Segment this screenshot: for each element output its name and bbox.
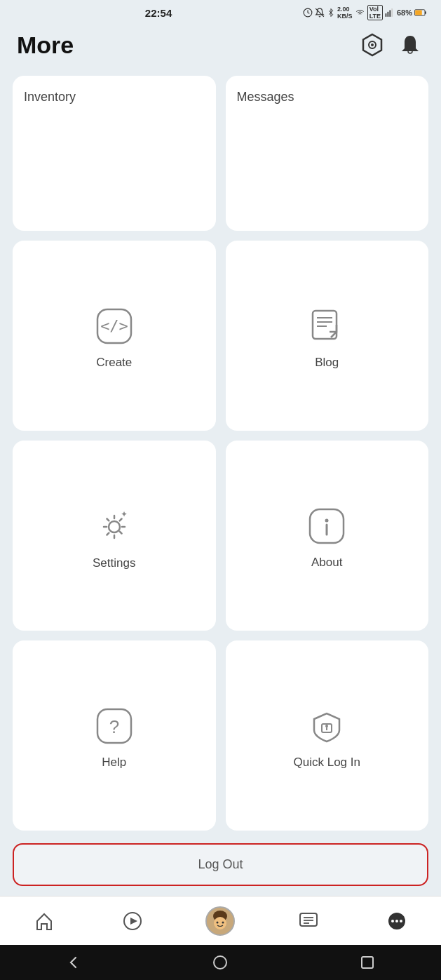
svg-rect-8: [425, 11, 426, 14]
about-tile[interactable]: About: [226, 441, 429, 631]
svg-marker-29: [130, 918, 137, 925]
inventory-label: Inventory: [24, 90, 76, 105]
svg-text:</>: </>: [100, 317, 128, 335]
svg-rect-35: [300, 913, 317, 926]
svg-point-26: [325, 725, 328, 727]
create-label: Create: [96, 356, 132, 370]
svg-rect-44: [362, 957, 373, 968]
svg-rect-4: [389, 11, 391, 17]
code-icon: </>: [95, 307, 134, 346]
svg-rect-7: [415, 10, 422, 15]
blog-tile[interactable]: Blog: [226, 241, 429, 431]
help-label: Help: [102, 756, 126, 770]
back-button[interactable]: [57, 946, 90, 979]
nav-more[interactable]: [377, 901, 416, 941]
svg-point-42: [400, 920, 402, 922]
svg-point-32: [214, 917, 226, 929]
svg-point-33: [217, 921, 219, 923]
avatar: [205, 906, 235, 936]
lock-shield-icon: [307, 706, 346, 746]
nav-chat[interactable]: [289, 901, 328, 941]
settings-label: Settings: [93, 556, 135, 570]
system-nav-bar: [0, 945, 441, 980]
header-icon-group: [358, 31, 424, 59]
nav-home[interactable]: [25, 901, 64, 941]
svg-rect-3: [387, 12, 388, 17]
svg-rect-2: [386, 13, 387, 17]
notification-bell-button[interactable]: [396, 31, 424, 59]
info-icon: [307, 506, 346, 546]
help-tile[interactable]: ? Help: [13, 640, 216, 831]
bottom-nav: [0, 896, 441, 945]
home-button[interactable]: [203, 946, 237, 979]
svg-point-40: [391, 920, 394, 922]
messages-label: Messages: [237, 90, 294, 105]
settings-tile[interactable]: ✦ Settings: [13, 441, 216, 631]
nav-avatar[interactable]: [201, 901, 240, 941]
svg-text:✦: ✦: [121, 509, 128, 519]
header: More: [0, 25, 441, 70]
status-time: 22:54: [14, 7, 303, 19]
create-tile[interactable]: </> Create: [13, 241, 216, 431]
svg-point-43: [214, 956, 226, 969]
inventory-tile[interactable]: Inventory: [13, 76, 216, 231]
status-bar: 22:54 2.00KB/S VolLTE 68%: [0, 0, 441, 25]
nav-play[interactable]: [113, 901, 152, 941]
messages-tile[interactable]: Messages: [226, 76, 429, 231]
help-icon: ?: [95, 706, 134, 746]
logout-container: Log Out: [0, 839, 441, 896]
blog-label: Blog: [315, 356, 339, 370]
svg-point-21: [325, 518, 329, 522]
svg-rect-5: [391, 8, 393, 17]
page-title: More: [17, 32, 74, 59]
svg-point-34: [222, 921, 224, 923]
quick-log-in-tile[interactable]: Quick Log In: [226, 640, 429, 831]
svg-point-41: [395, 920, 398, 922]
svg-point-18: [109, 521, 120, 532]
menu-grid: Inventory Messages </> Create: [0, 70, 441, 839]
hexagon-settings-button[interactable]: [358, 31, 386, 59]
svg-text:?: ?: [109, 716, 119, 737]
logout-button[interactable]: Log Out: [13, 843, 428, 886]
quick-log-in-label: Quick Log In: [294, 756, 360, 770]
gear-icon: ✦: [94, 506, 135, 546]
svg-point-10: [371, 43, 374, 46]
about-label: About: [311, 556, 342, 570]
status-icons: 2.00KB/S VolLTE 68%: [303, 5, 427, 20]
blog-icon: [307, 307, 346, 346]
recents-button[interactable]: [351, 946, 384, 979]
